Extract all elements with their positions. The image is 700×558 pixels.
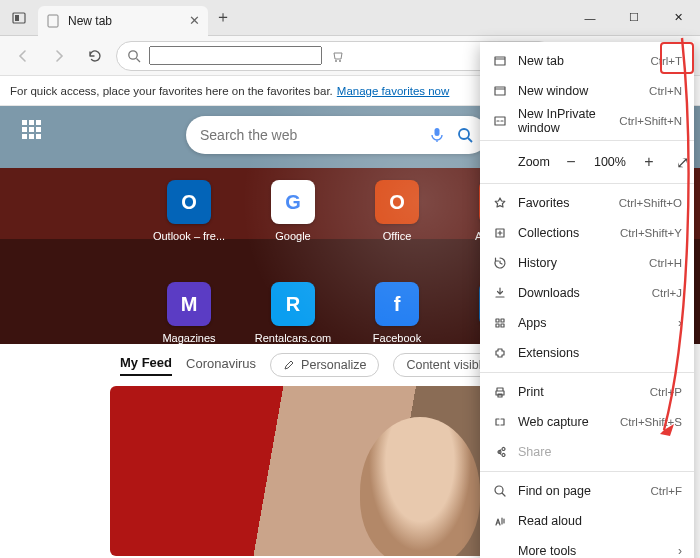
apps-icon	[493, 316, 507, 330]
menu-item-new-inprivate-window[interactable]: New InPrivate windowCtrl+Shift+N	[480, 106, 694, 136]
tab-actions-button[interactable]	[0, 0, 38, 36]
webcapture-icon	[493, 415, 507, 429]
history-icon	[492, 255, 508, 271]
manage-favorites-link[interactable]: Manage favorites now	[337, 85, 450, 97]
menu-item-downloads[interactable]: DownloadsCtrl+J	[480, 278, 694, 308]
share-icon	[493, 445, 507, 459]
menu-item-web-capture[interactable]: Web captureCtrl+Shift+S	[480, 407, 694, 437]
shortcut-label: Ctrl+P	[650, 386, 682, 398]
inprivate-icon	[493, 114, 507, 128]
quick-link-tile[interactable]: fFacebook	[365, 282, 429, 344]
quick-link-tile[interactable]: OOffice	[365, 180, 429, 242]
menu-separator	[480, 140, 694, 141]
minimize-button[interactable]: —	[568, 0, 612, 36]
menu-item-apps[interactable]: Apps›	[480, 308, 694, 338]
personalize-button[interactable]: Personalize	[270, 353, 379, 377]
tile-label: Magazines	[149, 332, 229, 344]
downloads-icon	[492, 285, 508, 301]
zoom-out-button[interactable]: −	[560, 153, 582, 171]
maximize-button[interactable]: ☐	[612, 0, 656, 36]
quick-link-tile[interactable]: GGoogle	[261, 180, 325, 242]
fullscreen-button[interactable]: ⤢	[672, 153, 694, 172]
extensions-icon	[492, 345, 508, 361]
menu-item-share: Share	[480, 437, 694, 467]
svg-rect-2	[48, 15, 58, 27]
shortcut-label: Ctrl+Shift+O	[619, 197, 682, 209]
refresh-icon	[87, 48, 103, 64]
back-button[interactable]	[8, 41, 38, 71]
webcapture-icon	[492, 414, 508, 430]
menu-item-new-tab[interactable]: New tabCtrl+T	[480, 46, 694, 76]
menu-separator	[480, 183, 694, 184]
forward-button[interactable]	[44, 41, 74, 71]
print-icon	[492, 384, 508, 400]
search-icon[interactable]	[456, 126, 474, 144]
zoom-value: 100%	[594, 155, 626, 169]
downloads-icon	[493, 286, 507, 300]
share-icon	[492, 444, 508, 460]
shortcut-label: Ctrl+Shift+S	[620, 416, 682, 428]
chevron-right-icon: ›	[678, 316, 682, 330]
quick-link-tile[interactable]: MMagazines	[157, 282, 221, 344]
collections-icon	[493, 226, 507, 240]
svg-point-5	[339, 60, 341, 62]
blank-icon	[492, 543, 508, 558]
menu-item-new-window[interactable]: New windowCtrl+N	[480, 76, 694, 106]
browser-tab[interactable]: New tab ✕	[38, 6, 208, 36]
menu-item-label: More tools	[518, 544, 576, 558]
shopping-icon[interactable]	[330, 48, 346, 64]
window-icon	[492, 83, 508, 99]
feed-tab-myfeed[interactable]: My Feed	[120, 355, 172, 376]
menu-item-more-tools[interactable]: More tools›	[480, 536, 694, 558]
search-icon	[127, 49, 141, 63]
ntp-search-input[interactable]	[200, 127, 418, 143]
svg-point-3	[129, 50, 137, 58]
tile-icon: f	[375, 282, 419, 326]
pencil-icon	[283, 359, 295, 371]
menu-item-label: Favorites	[518, 196, 569, 210]
svg-point-4	[335, 60, 337, 62]
tile-icon: M	[167, 282, 211, 326]
menu-item-label: Find on page	[518, 484, 591, 498]
refresh-button[interactable]	[80, 41, 110, 71]
menu-item-label: Web capture	[518, 415, 589, 429]
close-window-button[interactable]: ✕	[656, 0, 700, 36]
star-icon	[493, 196, 507, 210]
close-tab-button[interactable]: ✕	[189, 13, 200, 28]
quick-link-tile[interactable]: OOutlook – fre...	[157, 180, 221, 242]
menu-item-extensions[interactable]: Extensions	[480, 338, 694, 368]
favorites-hint: For quick access, place your favorites h…	[10, 85, 333, 97]
menu-item-history[interactable]: HistoryCtrl+H	[480, 248, 694, 278]
menu-item-label: Collections	[518, 226, 579, 240]
menu-item-collections[interactable]: CollectionsCtrl+Shift+Y	[480, 218, 694, 248]
newtab-icon	[493, 54, 507, 68]
page-icon	[46, 14, 60, 28]
find-icon	[493, 484, 507, 498]
new-tab-button[interactable]: ＋	[208, 3, 238, 33]
shortcut-label: Ctrl+N	[649, 85, 682, 97]
tile-label: Rentalcars.com	[253, 332, 333, 344]
address-input[interactable]	[149, 46, 322, 65]
zoom-in-button[interactable]: +	[638, 153, 660, 171]
menu-item-print[interactable]: PrintCtrl+P	[480, 377, 694, 407]
menu-item-label: Downloads	[518, 286, 580, 300]
menu-separator	[480, 372, 694, 373]
shortcut-label: Ctrl+T	[650, 55, 682, 67]
ntp-search[interactable]	[186, 116, 488, 154]
menu-item-read-aloud[interactable]: Read aloud	[480, 506, 694, 536]
zoom-label: Zoom	[518, 155, 550, 169]
menu-item-find-on-page[interactable]: Find on pageCtrl+F	[480, 476, 694, 506]
back-icon	[15, 48, 31, 64]
star-icon	[492, 195, 508, 211]
menu-item-favorites[interactable]: FavoritesCtrl+Shift+O	[480, 188, 694, 218]
readaloud-icon	[492, 513, 508, 529]
app-launcher-button[interactable]	[22, 120, 46, 144]
menu-item-label: New window	[518, 84, 588, 98]
feed-tab-coronavirus[interactable]: Coronavirus	[186, 356, 256, 375]
newtab-icon	[492, 53, 508, 69]
readaloud-icon	[493, 514, 507, 528]
mic-icon[interactable]	[428, 126, 446, 144]
tile-label: Office	[357, 230, 437, 242]
tile-icon: R	[271, 282, 315, 326]
quick-link-tile[interactable]: RRentalcars.com	[261, 282, 325, 344]
